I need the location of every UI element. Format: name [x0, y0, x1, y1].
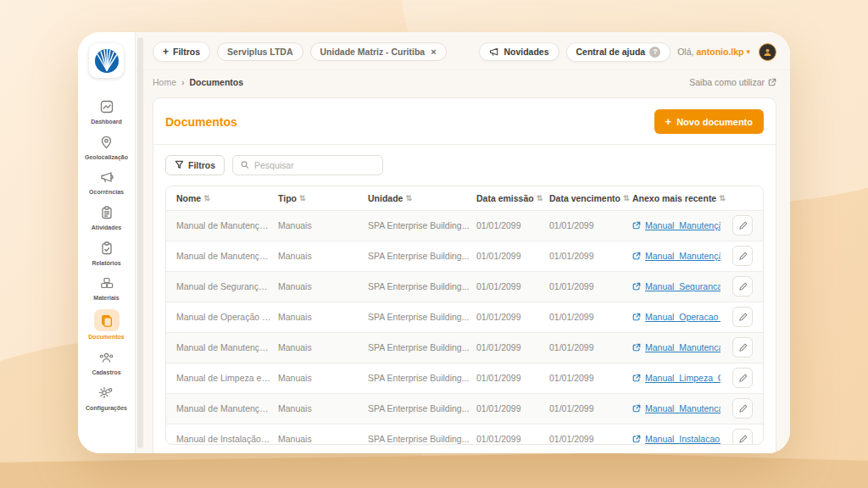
sidebar-label: Materiais [93, 295, 119, 302]
cell-due-date: 01/01/2099 [549, 281, 632, 291]
cell-unit: SPA Enterprise Building... [368, 434, 476, 444]
search-input[interactable] [254, 160, 375, 170]
cell-attachment: Manual_Seguranca_I... [632, 281, 721, 291]
edit-button[interactable] [732, 337, 753, 358]
sidebar-item-cadastros[interactable]: Cadastros [80, 348, 134, 376]
cell-attachment: Manual_Instalacao_S... [632, 434, 721, 444]
user-menu[interactable]: Olá, antonio.lkp ▾ [677, 47, 750, 57]
attachment-link[interactable]: Manual_Limpeza_Co... [645, 373, 721, 383]
megaphone-icon [489, 47, 499, 57]
attachment-link[interactable]: Manual_Manutenção... [645, 220, 721, 230]
new-document-button[interactable]: + Novo documento [654, 109, 764, 134]
attachment-link[interactable]: Manual_Instalacao_S... [645, 434, 721, 444]
page-title: Documentos [165, 115, 237, 129]
cell-name: Manual de Manutenção... [176, 342, 278, 352]
how-to-use-label: Saiba como utilizar [689, 77, 765, 87]
pencil-icon [738, 343, 748, 352]
cell-issue-date: 01/01/2099 [476, 251, 549, 261]
company-chip[interactable]: Serviplus LTDA [217, 42, 303, 61]
column-header-tipo[interactable]: Tipo⇅ [278, 193, 368, 203]
pencil-icon [738, 221, 748, 230]
edit-button[interactable] [732, 398, 753, 419]
cell-type: Manuais [278, 373, 368, 383]
avatar[interactable] [759, 43, 776, 61]
sidebar-item-ocorrencias[interactable]: Ocorrências [80, 168, 134, 196]
pencil-icon [738, 313, 748, 322]
sort-icon: ⇅ [719, 194, 726, 202]
chart-icon [97, 97, 116, 116]
map-pin-icon [97, 133, 116, 152]
attachment-link[interactable]: Manual_Seguranca_I... [645, 281, 721, 291]
column-header-anexo[interactable]: Anexo mais recente⇅ [632, 193, 726, 203]
column-header-nome[interactable]: Nome⇅ [176, 193, 278, 203]
news-button[interactable]: Novidades [479, 42, 559, 61]
sort-icon: ⇅ [405, 194, 412, 202]
chevron-down-icon: ▾ [746, 47, 750, 56]
edit-button[interactable] [732, 276, 753, 297]
unit-chip[interactable]: Unidade Matriz - Curitiba × [310, 42, 447, 61]
cell-due-date: 01/01/2099 [549, 312, 632, 322]
edit-button[interactable] [732, 246, 753, 266]
remove-chip-icon[interactable]: × [431, 47, 436, 57]
column-header-data-vencimento[interactable]: Data vencimento⇅ [549, 193, 632, 203]
global-filters-button[interactable]: + Filtros [153, 42, 210, 62]
cell-name: Manual de Manutenção d... [176, 403, 278, 413]
table-filters-label: Filtros [188, 160, 215, 170]
sidebar-item-documentos[interactable]: Documentos [80, 309, 134, 341]
table-row: Manual de Manutenção... Manuais SPA Ente… [166, 210, 763, 241]
sidebar-item-relatorios[interactable]: Relatórios [80, 239, 134, 267]
cell-issue-date: 01/01/2099 [476, 434, 549, 444]
sidebar-item-atividades[interactable]: Atividades [80, 203, 134, 231]
edit-button[interactable] [732, 429, 753, 445]
app-logo[interactable] [89, 43, 124, 78]
cell-attachment: Manual_Manutencao... [632, 403, 721, 413]
edit-button[interactable] [732, 215, 753, 236]
sidebar-item-materiais[interactable]: Materiais [80, 274, 134, 302]
card-header: Documentos + Novo documento [153, 98, 776, 144]
documents-icon [94, 309, 120, 331]
external-link-icon [632, 252, 641, 260]
table-header: Nome⇅ Tipo⇅ Unidade⇅ Data emissão⇅ Data … [166, 186, 763, 210]
external-link-icon [632, 404, 641, 413]
how-to-use-link[interactable]: Saiba como utilizar [689, 77, 776, 87]
external-link-icon [768, 78, 776, 86]
cell-issue-date: 01/01/2099 [476, 220, 549, 230]
help-center-button[interactable]: Central de ajuda ? [566, 42, 671, 62]
edit-button[interactable] [732, 307, 753, 327]
documents-card: Documentos + Novo documento Filtros [153, 97, 776, 453]
vertical-scrollbar[interactable] [137, 37, 143, 448]
sidebar-label: Dashboard [91, 119, 122, 125]
app-window: Dashboard Geolocalização Ocorrências [78, 32, 790, 453]
pencil-icon [738, 435, 748, 444]
sidebar-item-geolocalizacao[interactable]: Geolocalização [80, 133, 134, 161]
sidebar-item-configuracoes[interactable]: Configurações [80, 384, 134, 412]
external-link-icon [632, 221, 641, 230]
sidebar-label: Cadastros [92, 369, 120, 376]
new-document-label: Novo documento [676, 117, 753, 127]
table-filters-button[interactable]: Filtros [165, 155, 225, 175]
cell-attachment: Manual_Limpeza_Co... [632, 373, 721, 383]
attachment-link[interactable]: Manual_Manutencao... [645, 342, 721, 352]
table-row: Manual de Limpeza e Co... Manuais SPA En… [166, 363, 763, 393]
company-chip-label: Serviplus LTDA [227, 47, 292, 57]
search-box[interactable] [232, 155, 383, 175]
search-icon [241, 160, 249, 169]
table-row: Manual de Segurança Co... Manuais SPA En… [166, 271, 763, 302]
edit-button[interactable] [732, 368, 753, 388]
cell-due-date: 01/01/2099 [549, 403, 632, 413]
cell-due-date: 01/01/2099 [549, 251, 632, 261]
breadcrumb-home[interactable]: Home [153, 77, 176, 87]
cell-name: Manual de Manutenção... [176, 220, 278, 230]
cell-type: Manuais [278, 403, 368, 413]
cell-unit: SPA Enterprise Building... [368, 342, 476, 352]
attachment-link[interactable]: Manual_Operacao_El... [645, 312, 721, 322]
sidebar-item-dashboard[interactable]: Dashboard [80, 97, 134, 125]
sort-icon: ⇅ [537, 194, 543, 202]
column-header-unidade[interactable]: Unidade⇅ [368, 193, 476, 203]
attachment-link[interactable]: Manual_Manutenção... [645, 251, 721, 261]
cell-unit: SPA Enterprise Building... [368, 281, 476, 291]
funnel-icon [175, 160, 184, 169]
table-row: Manual de Manutenção d... Manuais SPA En… [166, 393, 763, 424]
attachment-link[interactable]: Manual_Manutencao... [645, 403, 721, 413]
column-header-data-emissao[interactable]: Data emissão⇅ [476, 193, 549, 203]
